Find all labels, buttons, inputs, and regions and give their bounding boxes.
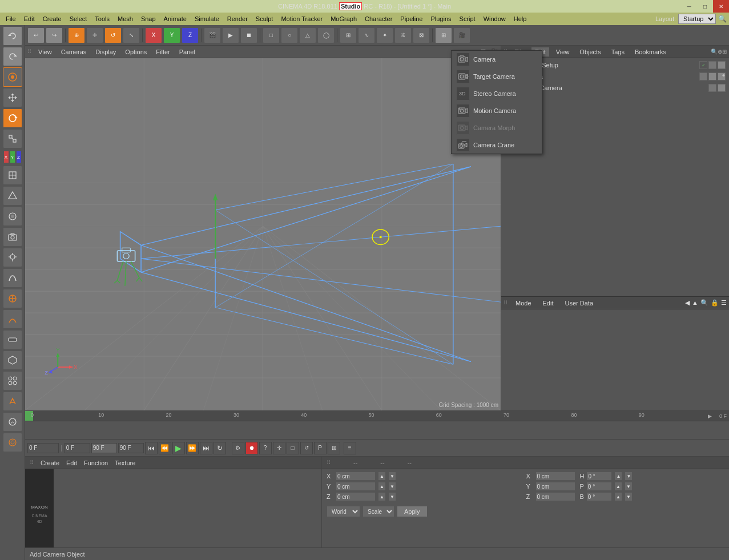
subdiv-tb[interactable]: ✦: [376, 27, 393, 43]
record-btn[interactable]: ⏺: [245, 442, 258, 454]
attr-edit[interactable]: Edit: [539, 299, 557, 308]
grid-tb[interactable]: ⊞: [435, 27, 452, 43]
null-tool[interactable]: [3, 289, 22, 308]
rotate-tool[interactable]: [3, 108, 22, 128]
x-axis-button[interactable]: X: [3, 151, 9, 163]
cam-menu-stereo[interactable]: 3D Stereo Camera: [452, 85, 542, 102]
select-tb[interactable]: ⊕: [68, 27, 85, 43]
spline-tool[interactable]: [3, 309, 22, 329]
vt-view[interactable]: View: [36, 47, 54, 57]
menu-mesh[interactable]: Mesh: [114, 14, 136, 23]
object-mode[interactable]: [3, 166, 22, 185]
viewport-shading[interactable]: ⊞: [340, 27, 357, 43]
coord-x-dn[interactable]: ▼: [388, 472, 396, 481]
scale-tool[interactable]: [3, 129, 22, 148]
menu-help[interactable]: Help: [510, 14, 530, 23]
menu-motion-tracker[interactable]: Motion Tracker: [277, 14, 326, 23]
menu-animate[interactable]: Animate: [160, 14, 190, 23]
max-frame-input[interactable]: [118, 443, 144, 453]
attr-grip[interactable]: ⠿: [504, 300, 508, 306]
menu-character[interactable]: Character: [361, 14, 396, 23]
scene-tool[interactable]: [3, 186, 22, 206]
menu-plugins[interactable]: Plugins: [427, 14, 454, 23]
render-tool[interactable]: [3, 207, 22, 226]
apply-button[interactable]: Apply: [397, 506, 428, 517]
fields-tb[interactable]: ⊠: [413, 27, 430, 43]
layout-dropdown[interactable]: Startup: [678, 14, 716, 24]
key-scale[interactable]: □: [287, 442, 299, 454]
mograph-tool[interactable]: [3, 371, 22, 390]
hair-tool[interactable]: [3, 433, 22, 452]
vt-panel[interactable]: Panel: [177, 47, 198, 57]
spline-tb[interactable]: ∿: [358, 27, 375, 43]
mat-grip[interactable]: ⠿: [30, 460, 34, 466]
timeline-track[interactable]: [25, 421, 729, 439]
next-frame-btn[interactable]: ⏩: [186, 442, 199, 454]
viewport[interactable]: ⠿ View Cameras Display Options Filter Pa…: [25, 46, 501, 410]
coord-p-input[interactable]: [586, 482, 612, 491]
attr-search-icon[interactable]: 🔍: [700, 299, 708, 307]
start-frame-input[interactable]: [65, 443, 90, 453]
key-param[interactable]: P: [314, 442, 327, 454]
coord-h-up[interactable]: ▲: [614, 472, 622, 481]
attr-menu-icon[interactable]: ☰: [721, 299, 727, 307]
camera-tb[interactable]: 🎥: [453, 27, 470, 43]
maximize-button[interactable]: □: [697, 0, 713, 13]
cloner-tb[interactable]: ❊: [394, 27, 412, 43]
menu-window[interactable]: Window: [480, 14, 509, 23]
coord-b-input[interactable]: [586, 492, 612, 501]
cam-menu-crane[interactable]: Camera Crane: [452, 136, 542, 154]
coord-z-dn[interactable]: ▼: [388, 492, 396, 501]
sphere-prim[interactable]: ○: [281, 27, 298, 43]
objects-tab-tags[interactable]: Tags: [608, 47, 628, 57]
prev-frame-btn[interactable]: ⏪: [159, 442, 171, 454]
record-auto[interactable]: ⚙: [232, 442, 244, 454]
coord-x-up[interactable]: ▲: [378, 472, 386, 481]
cube-prim[interactable]: □: [263, 27, 280, 43]
menu-create[interactable]: Create: [39, 14, 65, 23]
menu-snap[interactable]: Snap: [138, 14, 159, 23]
play-btn[interactable]: ▶: [172, 442, 185, 454]
anim-record[interactable]: 🎬: [204, 27, 221, 43]
move-tool[interactable]: [3, 88, 22, 107]
menu-pipeline[interactable]: Pipeline: [397, 14, 426, 23]
z-axis-tb[interactable]: Z: [182, 27, 199, 43]
camera-tool[interactable]: [3, 227, 22, 247]
undo-button[interactable]: [3, 26, 22, 46]
objects-tab-view[interactable]: View: [553, 47, 573, 57]
mat-create[interactable]: Create: [41, 460, 59, 466]
bezier-tool[interactable]: [3, 268, 22, 288]
coord-z-up[interactable]: ▲: [378, 492, 386, 501]
world-dropdown[interactable]: World Object: [327, 506, 360, 517]
coord-p-dn[interactable]: ▼: [625, 482, 633, 491]
scale-dropdown[interactable]: Scale: [363, 506, 394, 517]
first-frame-btn[interactable]: ⏮: [145, 442, 158, 454]
dynamics-tool[interactable]: [3, 392, 22, 411]
menu-script[interactable]: Script: [456, 14, 479, 23]
attr-userdata[interactable]: User Data: [562, 299, 597, 308]
mat-texture[interactable]: Texture: [115, 460, 135, 466]
anim-stop[interactable]: ⏹: [240, 27, 257, 43]
z-axis-button[interactable]: Z: [16, 151, 22, 163]
current-frame-input[interactable]: [27, 443, 59, 453]
viewport-grip[interactable]: ⠿: [27, 49, 31, 55]
attr-up-icon[interactable]: ▲: [692, 299, 698, 307]
light-tool[interactable]: [3, 248, 22, 267]
minimize-button[interactable]: ─: [681, 0, 697, 13]
coord-x-input[interactable]: [336, 472, 376, 481]
search-icon[interactable]: 🔍: [718, 15, 727, 23]
menu-sculpt[interactable]: Sculpt: [252, 14, 277, 23]
undo-tb[interactable]: ↩: [27, 27, 45, 43]
menu-simulate[interactable]: Simulate: [191, 14, 223, 23]
cone-prim[interactable]: △: [299, 27, 316, 43]
vt-cameras[interactable]: Cameras: [59, 47, 89, 57]
attr-lock-icon[interactable]: 🔒: [711, 299, 719, 307]
objects-tab-objects[interactable]: Objects: [576, 47, 604, 57]
key-rotate[interactable]: ↺: [300, 442, 313, 454]
menu-file[interactable]: File: [2, 14, 19, 23]
attr-mode[interactable]: Mode: [512, 299, 535, 308]
redo-button[interactable]: [3, 47, 22, 66]
vt-display[interactable]: Display: [93, 47, 118, 57]
coord-b-up[interactable]: ▲: [614, 492, 622, 501]
menu-edit[interactable]: Edit: [21, 14, 38, 23]
